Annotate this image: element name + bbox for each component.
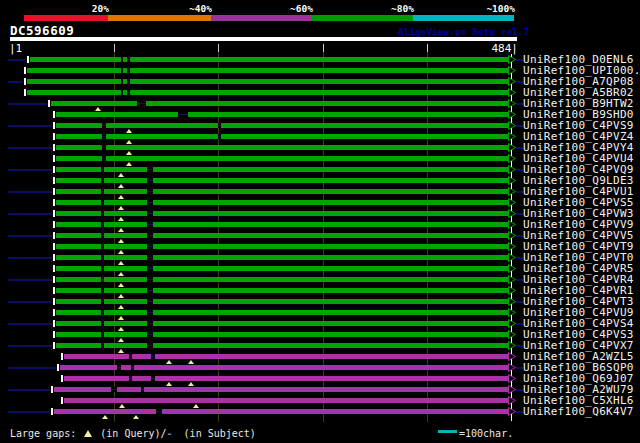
subject-gap-dash xyxy=(218,136,221,137)
alignment-start-tick xyxy=(61,397,63,404)
alignment-arrow-icon[interactable] xyxy=(508,132,516,141)
alignment-bar[interactable] xyxy=(56,123,508,128)
alignment-start-tick xyxy=(27,56,29,63)
alignment-bar[interactable] xyxy=(56,321,508,326)
alignment-arrow-icon[interactable] xyxy=(508,121,516,130)
subject-gap-dash xyxy=(102,147,106,148)
alignment-arrow-icon[interactable] xyxy=(508,77,516,86)
subject-gap-dash xyxy=(101,268,104,269)
alignment-arrow-icon[interactable] xyxy=(508,319,516,328)
alignment-arrow-icon[interactable] xyxy=(508,99,516,108)
alignment-arrow-icon[interactable] xyxy=(508,198,516,207)
alignment-arrow-icon[interactable] xyxy=(508,231,516,240)
subject-gap-dash xyxy=(147,202,153,203)
alignment-bar[interactable] xyxy=(60,365,508,370)
query-gap-triangle-icon xyxy=(118,261,124,265)
alignment-bar[interactable] xyxy=(56,233,508,238)
alignment-arrow-icon[interactable] xyxy=(508,88,516,97)
subject-gap-dash xyxy=(147,290,153,291)
alignment-arrow-icon[interactable] xyxy=(508,363,516,372)
alignment-arrow-icon[interactable] xyxy=(508,330,516,339)
row-guide-right xyxy=(516,103,523,105)
subject-gap-dash xyxy=(101,279,104,280)
alignment-arrow-icon[interactable] xyxy=(508,297,516,306)
alignment-bar[interactable] xyxy=(27,68,508,73)
alignment-bar[interactable] xyxy=(56,145,508,150)
alignment-bar[interactable] xyxy=(56,178,508,183)
subject-gap-dash xyxy=(101,235,104,236)
subject-gap-dash xyxy=(101,323,104,324)
query-gap-triangle-icon xyxy=(188,382,194,386)
query-gap-triangle-icon xyxy=(118,283,124,287)
alignment-arrow-icon[interactable] xyxy=(508,110,516,119)
row-guide-right xyxy=(516,81,523,83)
alignment-arrow-icon[interactable] xyxy=(508,396,516,405)
alignment-arrow-icon[interactable] xyxy=(508,154,516,163)
row-guide-right xyxy=(516,279,523,281)
row-guide-right xyxy=(516,235,523,237)
alignment-bar[interactable] xyxy=(56,222,508,227)
alignment-bar[interactable] xyxy=(56,112,508,117)
alignment-arrow-icon[interactable] xyxy=(508,286,516,295)
alignment-bar[interactable] xyxy=(56,189,508,194)
ruler-tick xyxy=(218,44,219,52)
alignment-arrow-icon[interactable] xyxy=(508,308,516,317)
alignment-bar[interactable] xyxy=(56,156,508,161)
alignment-bar[interactable] xyxy=(56,332,508,337)
subject-gap-dash xyxy=(102,158,106,159)
subject-gap-dash xyxy=(137,103,145,104)
alignment-bar[interactable] xyxy=(56,288,508,293)
alignment-bar[interactable] xyxy=(56,277,508,282)
alignment-arrow-icon[interactable] xyxy=(508,55,516,64)
alignment-start-tick xyxy=(53,155,55,162)
alignment-arrow-icon[interactable] xyxy=(508,176,516,185)
row-guide-right xyxy=(516,345,523,347)
alignment-arrow-icon[interactable] xyxy=(508,165,516,174)
alignment-bar[interactable] xyxy=(56,211,508,216)
alignment-arrow-icon[interactable] xyxy=(508,352,516,361)
hit-label[interactable]: UniRef100_Q6K4V7 xyxy=(523,406,634,417)
subject-gap-dash xyxy=(218,125,221,126)
alignment-bar[interactable] xyxy=(51,101,508,106)
query-gap-triangle-icon xyxy=(102,415,108,419)
alignment-arrow-icon[interactable] xyxy=(508,220,516,229)
query-gap-triangle-icon xyxy=(118,173,124,177)
alignment-bar[interactable] xyxy=(27,79,508,84)
alignment-arrow-icon[interactable] xyxy=(508,374,516,383)
alignment-bar[interactable] xyxy=(56,167,508,172)
alignment-bar[interactable] xyxy=(56,299,508,304)
alignment-bar[interactable] xyxy=(64,398,507,403)
alignment-bar[interactable] xyxy=(56,343,508,348)
alignment-arrow-icon[interactable] xyxy=(508,385,516,394)
alignment-arrow-icon[interactable] xyxy=(508,242,516,251)
alignment-bar[interactable] xyxy=(56,310,508,315)
alignment-bar[interactable] xyxy=(56,266,508,271)
alignment-bar[interactable] xyxy=(56,200,508,205)
subject-gap-dash xyxy=(147,345,153,346)
alignment-arrow-icon[interactable] xyxy=(508,66,516,75)
alignment-arrow-icon[interactable] xyxy=(508,264,516,273)
alignment-arrow-icon[interactable] xyxy=(508,407,516,416)
query-gap-triangle-icon xyxy=(118,349,124,353)
row-guide-left xyxy=(8,125,52,127)
row-guide-right xyxy=(516,257,523,259)
alignment-bar[interactable] xyxy=(30,57,508,62)
alignment-arrow-icon[interactable] xyxy=(508,209,516,218)
alignment-arrow-icon[interactable] xyxy=(508,253,516,262)
alignment-bar[interactable] xyxy=(56,244,508,249)
alignment-arrow-icon[interactable] xyxy=(508,143,516,152)
subject-gap-dash xyxy=(127,70,130,71)
alignment-plot: UniRef100_D0ENL6UniRef100_UPI000..UniRef… xyxy=(0,0,640,443)
alignment-start-tick xyxy=(51,408,53,415)
alignment-bar[interactable] xyxy=(54,409,508,414)
alignment-arrow-icon[interactable] xyxy=(508,187,516,196)
alignment-bar[interactable] xyxy=(56,255,508,260)
alignment-arrow-icon[interactable] xyxy=(508,341,516,350)
alignment-start-tick xyxy=(53,144,55,151)
alignment-bar[interactable] xyxy=(27,90,508,95)
alignment-bar[interactable] xyxy=(56,134,508,139)
query-gap-triangle-icon xyxy=(118,239,124,243)
subject-gap-dash xyxy=(147,312,153,313)
alignment-bar[interactable] xyxy=(54,387,508,392)
alignment-arrow-icon[interactable] xyxy=(508,275,516,284)
